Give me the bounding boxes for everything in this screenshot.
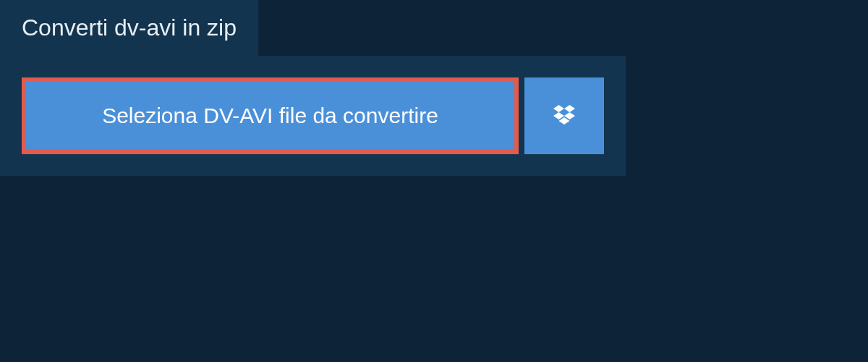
select-file-label: Seleziona DV-AVI file da convertire bbox=[102, 104, 438, 127]
dropbox-button[interactable] bbox=[524, 77, 604, 154]
select-file-button[interactable]: Seleziona DV-AVI file da convertire bbox=[22, 77, 519, 154]
tab-title: Converti dv-avi in zip bbox=[22, 14, 237, 41]
file-select-panel: Seleziona DV-AVI file da convertire bbox=[0, 56, 626, 176]
tab-bar: Converti dv-avi in zip bbox=[0, 0, 868, 56]
dropbox-icon bbox=[551, 103, 577, 129]
tab-convert[interactable]: Converti dv-avi in zip bbox=[0, 0, 258, 56]
